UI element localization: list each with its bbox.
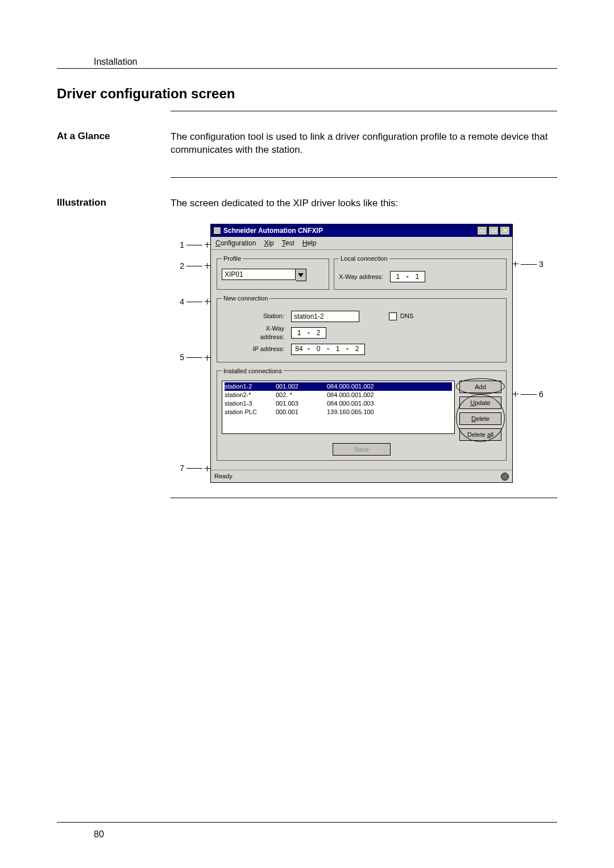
new-connection-legend: New connection xyxy=(222,294,269,303)
menu-xip[interactable]: Xip xyxy=(264,239,273,248)
new-xway-label: X-Way address: xyxy=(242,324,284,341)
system-menu-icon[interactable] xyxy=(213,227,221,235)
profile-dropdown[interactable] xyxy=(222,269,324,281)
new-xway-input[interactable]: 1-2 xyxy=(291,327,326,339)
sub-rule-2 xyxy=(171,177,557,178)
ip-label: IP address: xyxy=(242,345,284,353)
at-a-glance-label: At a Glance xyxy=(57,131,171,157)
sub-rule-3 xyxy=(171,498,557,498)
page-number: 80 xyxy=(94,829,104,840)
sub-rule-1 xyxy=(171,111,557,111)
profile-input[interactable] xyxy=(222,269,296,280)
illustration-label: Illustration xyxy=(57,197,171,483)
connections-list[interactable]: station1-2001.002084.000.001.002 station… xyxy=(222,381,455,434)
list-item: station PLC000.001139.160.065.100 xyxy=(225,408,452,416)
titlebar: Schneider Automation CNFXIP — ▭ ✕ xyxy=(211,224,512,237)
ip-input[interactable]: 84- 0- 1- 2 xyxy=(291,344,365,355)
menu-configuration[interactable]: Configuration xyxy=(215,239,256,248)
callout-1: 1 xyxy=(180,240,184,251)
callout-6: 6 xyxy=(539,389,544,400)
status-text: Ready xyxy=(214,472,233,481)
dns-label: DNS xyxy=(400,312,413,320)
chevron-down-icon[interactable] xyxy=(296,269,306,281)
status-bar: Ready xyxy=(211,470,512,482)
callout-2: 2 xyxy=(180,261,184,272)
station-input[interactable]: station1-2 xyxy=(291,311,359,322)
installed-legend: Installed connections xyxy=(222,367,284,375)
minimize-button[interactable]: — xyxy=(477,226,487,235)
menu-help[interactable]: Help xyxy=(302,239,317,248)
dns-checkbox[interactable] xyxy=(389,312,397,320)
button-column: Add Update Delete Delete all xyxy=(459,381,501,441)
list-item: station2-*002. *084.000.001.002 xyxy=(225,391,452,399)
station-label: Station: xyxy=(242,312,284,320)
profile-legend: Profile xyxy=(222,254,243,263)
status-dot-icon xyxy=(501,473,509,481)
local-connection-legend: Local connection xyxy=(339,254,389,263)
app-window: Schneider Automation CNFXIP — ▭ ✕ Config… xyxy=(210,224,513,483)
close-button[interactable]: ✕ xyxy=(500,226,510,235)
list-item: station1-3001.003084.000.001.003 xyxy=(225,399,452,408)
local-xway-label: X-Way address: xyxy=(339,273,383,281)
callouts-left: 1 2 4 5 7 xyxy=(171,224,210,474)
callout-5: 5 xyxy=(180,352,184,363)
header-rule xyxy=(57,68,557,69)
group-oval-icon xyxy=(456,394,505,442)
menubar: Configuration Xip Test Help xyxy=(211,237,512,250)
at-a-glance-text: The configuration tool is used to link a… xyxy=(171,131,557,157)
callout-3: 3 xyxy=(539,259,544,270)
menu-test[interactable]: Test xyxy=(282,239,294,248)
window-title: Schneider Automation CNFXIP xyxy=(223,226,477,235)
footer-rule xyxy=(57,822,557,823)
local-xway-input[interactable]: 1-1 xyxy=(390,271,425,282)
maximize-button[interactable]: ▭ xyxy=(488,226,499,235)
callouts-right: 3 6 xyxy=(513,224,553,400)
section-title: Driver configuration screen xyxy=(57,86,557,102)
save-button[interactable]: Save xyxy=(333,443,391,456)
running-head: Installation xyxy=(94,57,557,67)
callout-7: 7 xyxy=(180,463,184,474)
list-item: station1-2001.002084.000.001.002 xyxy=(225,382,452,391)
illustration-leadin: The screen dedicated to the XIP driver l… xyxy=(171,197,557,210)
callout-4: 4 xyxy=(180,297,184,307)
